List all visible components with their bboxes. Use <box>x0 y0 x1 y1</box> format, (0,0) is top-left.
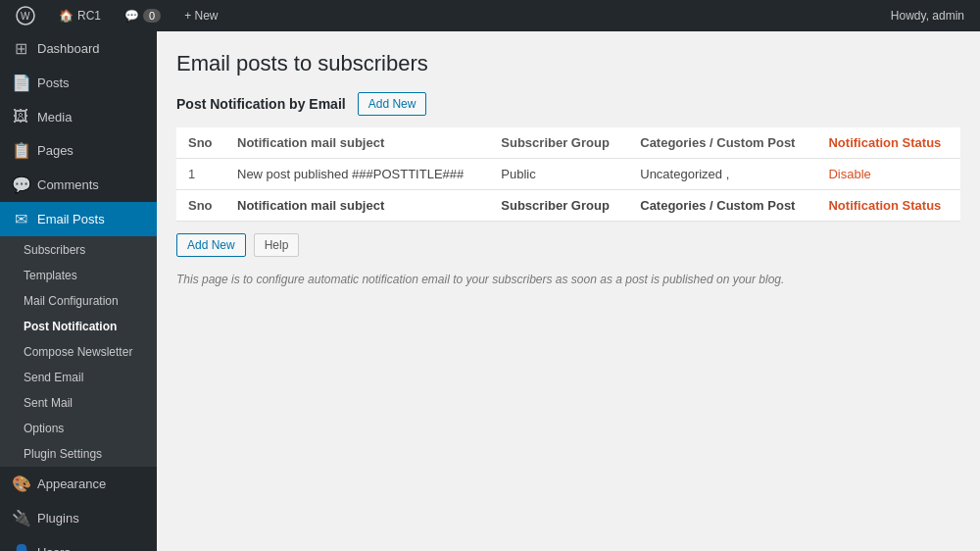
table-row: 1 New post published ###POSTTITLE### Pub… <box>176 159 960 190</box>
col-footer-categories: Categories / Custom Post <box>628 190 816 222</box>
sidebar-bottom-nav: 🎨 Appearance 🔌 Plugins 👤 Users 🔧 Tools ⚙… <box>0 467 157 551</box>
sidebar-main-nav: ⊞ Dashboard 📄 Posts 🖼 Media 📋 Pages 💬 Co… <box>0 31 157 237</box>
section-header: Post Notification by Email Add New <box>176 92 960 116</box>
svg-text:W: W <box>21 11 30 22</box>
sidebar-item-email-posts[interactable]: ✉ Email Posts <box>0 202 157 236</box>
sidebar-item-label: Posts <box>37 75 70 90</box>
sidebar-item-plugins[interactable]: 🔌 Plugins <box>0 501 157 535</box>
col-header-sno: Sno <box>176 127 225 159</box>
help-button[interactable]: Help <box>254 233 300 257</box>
new-label: + New <box>184 9 218 23</box>
col-header-group: Subscriber Group <box>489 127 628 159</box>
action-row: Add New Help <box>176 233 960 257</box>
row-group: Public <box>489 159 628 190</box>
plugins-label: Plugins <box>37 511 79 526</box>
main-content: Email posts to subscribers Post Notifica… <box>157 31 980 551</box>
comments-icon: 💬 <box>12 175 29 194</box>
sidebar-item-plugin-settings[interactable]: Plugin Settings <box>0 441 157 467</box>
sidebar-item-users[interactable]: 👤 Users <box>0 535 157 551</box>
info-text: This page is to configure automatic noti… <box>176 273 960 286</box>
media-icon: 🖼 <box>12 108 29 125</box>
pages-icon: 📋 <box>12 141 29 160</box>
subscribers-label: Subscribers <box>24 243 85 257</box>
table-footer-row: Sno Notification mail subject Subscriber… <box>176 190 960 222</box>
row-subject: New post published ###POSTTITLE### <box>225 159 489 190</box>
options-label: Options <box>24 422 64 435</box>
sidebar-item-posts[interactable]: 📄 Posts <box>0 66 157 100</box>
users-label: Users <box>37 545 71 551</box>
col-header-status: Notification Status <box>816 127 960 159</box>
appearance-label: Appearance <box>37 476 106 491</box>
sidebar-item-label: Email Posts <box>37 212 105 226</box>
sidebar-item-media[interactable]: 🖼 Media <box>0 100 157 133</box>
sidebar-item-options[interactable]: Options <box>0 416 157 441</box>
sidebar-item-send-email[interactable]: Send Email <box>0 365 157 390</box>
templates-label: Templates <box>24 269 77 282</box>
posts-icon: 📄 <box>12 74 29 92</box>
email-posts-icon: ✉ <box>12 210 29 228</box>
page-title: Email posts to subscribers <box>176 51 960 76</box>
howdy-label[interactable]: Howdy, admin <box>883 0 972 31</box>
users-icon: 👤 <box>12 543 29 551</box>
plugins-icon: 🔌 <box>12 509 29 527</box>
col-footer-subject: Notification mail subject <box>225 190 489 222</box>
sidebar-item-templates[interactable]: Templates <box>0 263 157 288</box>
comments-button[interactable]: 💬 0 <box>117 0 169 31</box>
sidebar-item-comments[interactable]: 💬 Comments <box>0 168 157 202</box>
sidebar-item-label: Pages <box>37 143 74 158</box>
row-categories: Uncategorized , <box>628 159 816 190</box>
sent-mail-label: Sent Mail <box>24 396 73 410</box>
send-email-label: Send Email <box>24 371 83 384</box>
email-posts-submenu: Subscribers Templates Mail Configuration… <box>0 237 157 467</box>
table-header-row: Sno Notification mail subject Subscriber… <box>176 127 960 159</box>
col-header-categories: Categories / Custom Post <box>628 127 816 159</box>
new-button[interactable]: + New <box>176 0 225 31</box>
row-status: Disable <box>816 159 960 190</box>
plugin-settings-label: Plugin Settings <box>24 447 102 461</box>
col-footer-group: Subscriber Group <box>489 190 628 222</box>
wp-logo-button[interactable]: W <box>8 0 43 31</box>
sidebar-item-sent-mail[interactable]: Sent Mail <box>0 390 157 416</box>
sidebar-item-subscribers[interactable]: Subscribers <box>0 237 157 263</box>
col-footer-sno: Sno <box>176 190 225 222</box>
mail-config-label: Mail Configuration <box>24 294 119 308</box>
sidebar-item-post-notification[interactable]: Post Notification <box>0 314 157 339</box>
sidebar-item-pages[interactable]: 📋 Pages <box>0 133 157 168</box>
sidebar-item-appearance[interactable]: 🎨 Appearance <box>0 467 157 501</box>
appearance-icon: 🎨 <box>12 475 29 493</box>
add-new-button-bottom[interactable]: Add New <box>176 233 246 257</box>
section-title: Post Notification by Email <box>176 96 346 112</box>
add-new-button-top[interactable]: Add New <box>358 92 427 116</box>
post-notification-label: Post Notification <box>24 320 117 333</box>
admin-bar: W 🏠 RC1 💬 0 + New Howdy, admin <box>0 0 980 31</box>
compose-label: Compose Newsletter <box>24 345 132 359</box>
howdy-text: Howdy, admin <box>891 9 964 23</box>
site-name-button[interactable]: 🏠 RC1 <box>51 0 109 31</box>
sidebar-item-label: Dashboard <box>37 41 100 56</box>
sidebar: ⊞ Dashboard 📄 Posts 🖼 Media 📋 Pages 💬 Co… <box>0 31 157 551</box>
dashboard-icon: ⊞ <box>12 39 29 58</box>
col-header-subject: Notification mail subject <box>225 127 489 159</box>
sidebar-item-mail-configuration[interactable]: Mail Configuration <box>0 288 157 314</box>
notifications-table: Sno Notification mail subject Subscriber… <box>176 127 960 222</box>
comments-count: 0 <box>143 9 161 23</box>
sidebar-item-label: Comments <box>37 177 99 192</box>
sidebar-item-label: Media <box>37 110 72 125</box>
site-name-label: RC1 <box>77 9 101 23</box>
sidebar-item-compose-newsletter[interactable]: Compose Newsletter <box>0 339 157 365</box>
sidebar-item-dashboard[interactable]: ⊞ Dashboard <box>0 31 157 66</box>
row-sno: 1 <box>176 159 225 190</box>
col-footer-status: Notification Status <box>816 190 960 222</box>
